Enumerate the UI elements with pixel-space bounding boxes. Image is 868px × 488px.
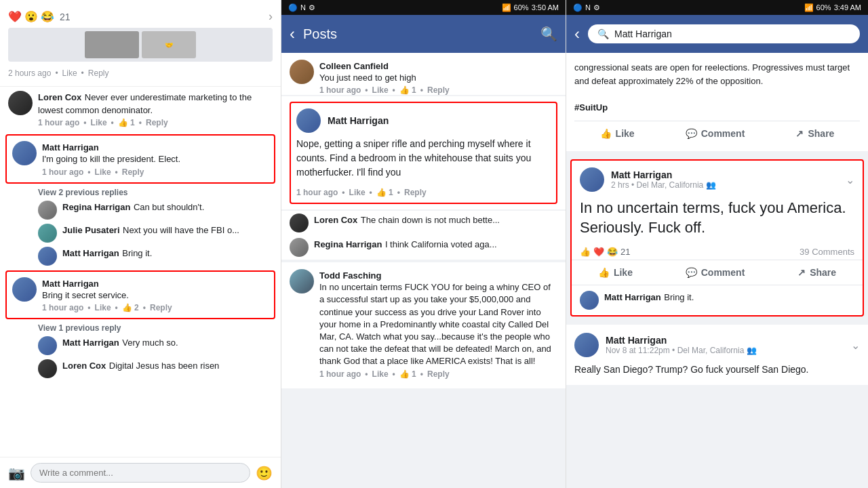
highlighted-main-wrapper: Matt Harrigan 2 hrs • Del Mar, Californi… — [566, 157, 868, 319]
signal-icon-3: 📶 — [804, 3, 814, 12]
second-post-time: Nov 8 at 11:22pm — [606, 346, 670, 355]
comment-content-ss: Matt Harrigan Bring it secret service. 1… — [42, 277, 269, 312]
main-like-btn[interactable]: 👍 Like — [585, 263, 646, 282]
like-label: Like — [616, 128, 635, 139]
commenter-name-very[interactable]: Matt Harrigan — [62, 338, 119, 348]
main-share-btn[interactable]: ↗ Share — [784, 263, 850, 282]
avatar-julie — [38, 224, 57, 243]
back-button-3[interactable]: ‹ — [574, 24, 580, 43]
main-comment-btn[interactable]: 💬 Comment — [672, 263, 759, 282]
second-post-location: Del Mar, California — [677, 346, 745, 355]
loren-inline-text: The chain down is not much bette... — [361, 215, 500, 225]
nested-reply-matt-bring: Matt Harrigan Bring it. — [0, 245, 281, 268]
comment-time-ss: 1 hour ago — [42, 303, 83, 312]
todd-reply[interactable]: Reply — [427, 369, 450, 379]
posts-feed: Colleen Canfield You just need to get hi… — [281, 53, 566, 488]
avatar-loren-inline — [290, 214, 309, 232]
loren-inline-name[interactable]: Loren Cox — [314, 215, 357, 225]
like-btn[interactable]: Like — [91, 118, 107, 127]
nested-reply-julie: Julie Pusateri Next you will have the FB… — [0, 222, 281, 245]
comment-content-matt-kill: Matt Harrigan I'm going to kill the pres… — [42, 141, 269, 176]
write-comment-input[interactable] — [31, 463, 250, 483]
commenter-name[interactable]: Loren Cox — [38, 92, 81, 102]
main-post-name[interactable]: Matt Harrigan — [611, 169, 839, 180]
status-bar-left-3: 🔵 N ⚙ — [573, 3, 600, 12]
sniper-actions: 1 hour ago • Like • 👍 1 • Reply — [291, 185, 556, 203]
search-button-2[interactable]: 🔍 — [540, 26, 557, 42]
signal-icon: 📶 — [502, 3, 511, 12]
nested-reply-very: Matt Harrigan Very much so. — [0, 334, 281, 357]
back-button-2[interactable]: ‹ — [290, 24, 295, 43]
reaction-heart-icon: ❤️ — [8, 10, 22, 23]
todd-name[interactable]: Todd Fasching — [319, 270, 381, 281]
reply-btn[interactable]: Reply — [146, 118, 168, 127]
commenter-name-matt[interactable]: Matt Harrigan — [42, 142, 99, 152]
commenter-name-matt-ss[interactable]: Matt Harrigan — [42, 279, 99, 289]
status-bar-right-3: 📶 60% 3:49 AM — [804, 3, 861, 12]
avatar-regina-inline — [290, 238, 309, 257]
bluetooth-icon: 🔵 — [288, 3, 298, 12]
heart-emoji: ❤️ — [593, 247, 604, 257]
intro-comment-btn[interactable]: 💬 Comment — [672, 124, 759, 143]
post-loren-inline: Loren Cox The chain down is not much bet… — [281, 211, 566, 235]
write-comment-bar: 📷 🙂 — [0, 457, 281, 488]
nested-comment-digital: Loren Cox Digital Jesus has been risen — [62, 359, 219, 372]
nested-comment-text: Can but shouldn't. — [134, 202, 204, 212]
panel-3: 🔵 N ⚙ 📶 60% 3:49 AM ‹ 🔍 Matt Harrigan co… — [566, 0, 868, 488]
haha-emoji: 😂 — [607, 247, 618, 257]
emoji-icon[interactable]: 🙂 — [256, 465, 273, 481]
avatar-matt-very — [38, 336, 57, 355]
colleen-like[interactable]: Like — [372, 85, 389, 95]
highlighted-sniper: Matt Harrigan Nope, getting a sniper rif… — [290, 102, 557, 204]
nested-reply-regina: Regina Harrigan Can but shouldn't. — [0, 199, 281, 222]
preview-name[interactable]: Matt Harrigan — [604, 292, 661, 302]
regina-inline-content: Regina Harrigan I think California voted… — [314, 238, 497, 251]
comment-block-colleen: Colleen Canfield You just need to get hi… — [290, 60, 557, 95]
comment-text-kill: I'm going to kill the president. Elect. — [42, 153, 269, 165]
colleen-reply[interactable]: Reply — [427, 85, 450, 95]
nested-comment-text-very: Very much so. — [122, 338, 178, 348]
commenter-name-julie[interactable]: Julie Pusateri — [62, 225, 120, 235]
reply-btn[interactable]: Reply — [122, 167, 144, 177]
second-post-name[interactable]: Matt Harrigan — [606, 335, 844, 346]
commenter-name-matt-2[interactable]: Matt Harrigan — [62, 248, 119, 258]
more-options-icon-2[interactable]: ⌄ — [851, 339, 860, 352]
camera-icon[interactable]: 📷 — [8, 465, 25, 481]
todd-like[interactable]: Like — [372, 369, 389, 379]
like-btn[interactable]: Like — [95, 167, 111, 177]
search-box-3[interactable]: 🔍 Matt Harrigan — [588, 24, 860, 43]
main-post-reactions: 👍 ❤️ 😂 21 39 Comments — [572, 244, 863, 260]
colleen-name[interactable]: Colleen Canfield — [319, 61, 389, 71]
avatar-matt-sniper — [296, 108, 321, 133]
chevron-right-icon[interactable]: › — [269, 9, 273, 24]
view-1-reply[interactable]: View 1 previous reply — [0, 322, 281, 334]
sniper-name[interactable]: Matt Harrigan — [328, 115, 389, 126]
commenter-name-digital[interactable]: Loren Cox — [62, 361, 106, 371]
nfc-icon-3: N — [585, 3, 591, 12]
more-options-icon[interactable]: ⌄ — [846, 174, 854, 186]
main-post-header: Matt Harrigan 2 hrs • Del Mar, Californi… — [572, 161, 863, 196]
regina-inline-name[interactable]: Regina Harrigan — [314, 239, 382, 249]
status-bar-3: 🔵 N ⚙ 📶 60% 3:49 AM — [566, 0, 868, 15]
reaction-left: 👍 ❤️ 😂 21 — [580, 247, 630, 257]
commenter-name-regina[interactable]: Regina Harrigan — [62, 202, 130, 212]
like-count-icon: 👍 1 — [118, 118, 135, 127]
nested-comment-very: Matt Harrigan Very much so. — [62, 336, 178, 349]
regina-inline-text: I think California voted aga... — [385, 239, 497, 249]
shared-image: 🤝 — [8, 28, 273, 62]
nested-comment-text-julie: Next you will have the FBI o... — [123, 225, 239, 235]
sniper-reply[interactable]: Reply — [404, 188, 427, 197]
panel1-top: ❤️ 😮 😂 21 › 🤝 2 hours ago • Like • Reply — [0, 0, 281, 87]
top-like-btn[interactable]: Like — [62, 68, 77, 78]
todd-text: In no uncertain terms FUCK YOU for being… — [319, 281, 557, 367]
post-regina-inline: Regina Harrigan I think California voted… — [281, 235, 566, 260]
reply-btn-ss[interactable]: Reply — [150, 303, 172, 312]
search-icon-3: 🔍 — [597, 28, 609, 39]
view-2-replies[interactable]: View 2 previous replies — [0, 186, 281, 199]
intro-share-btn[interactable]: ↗ Share — [782, 124, 848, 143]
top-reply-btn[interactable]: Reply — [88, 68, 109, 78]
highlighted-sniper-wrapper: Matt Harrigan Nope, getting a sniper rif… — [281, 96, 566, 209]
like-btn-ss[interactable]: Like — [95, 303, 111, 312]
intro-like-btn[interactable]: 👍 Like — [587, 124, 648, 143]
sniper-like[interactable]: Like — [349, 188, 366, 197]
